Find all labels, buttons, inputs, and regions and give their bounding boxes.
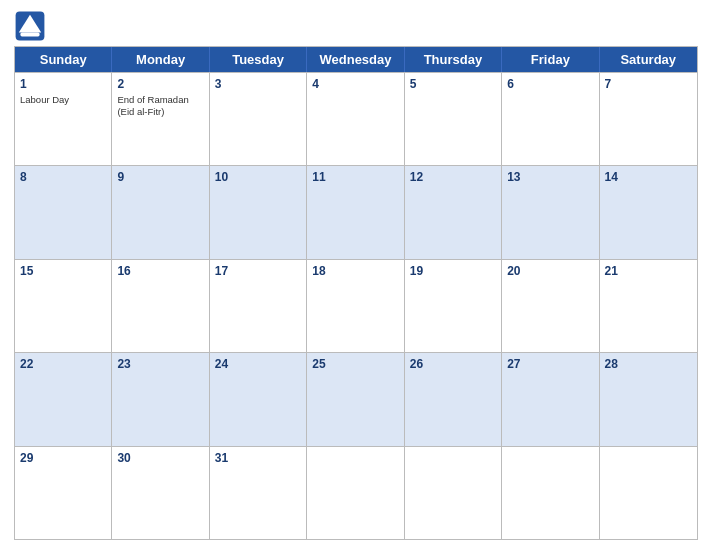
cal-cell-1: 1Labour Day	[15, 73, 112, 165]
cal-cell-4: 4	[307, 73, 404, 165]
cal-cell-3: 3	[210, 73, 307, 165]
cal-cell-27: 27	[502, 353, 599, 445]
day-event: End of Ramadan (Eid al-Fitr)	[117, 94, 203, 119]
day-number: 10	[215, 169, 301, 186]
cal-cell-empty	[502, 447, 599, 539]
calendar: SundayMondayTuesdayWednesdayThursdayFrid…	[14, 46, 698, 540]
top-bar	[14, 10, 698, 42]
cal-cell-10: 10	[210, 166, 307, 258]
weekday-header-sunday: Sunday	[15, 47, 112, 72]
weekday-header-wednesday: Wednesday	[307, 47, 404, 72]
day-number: 2	[117, 76, 203, 93]
cal-cell-14: 14	[600, 166, 697, 258]
cal-cell-20: 20	[502, 260, 599, 352]
calendar-body: 1Labour Day2End of Ramadan (Eid al-Fitr)…	[15, 72, 697, 539]
day-number: 5	[410, 76, 496, 93]
cal-cell-9: 9	[112, 166, 209, 258]
cal-cell-22: 22	[15, 353, 112, 445]
day-number: 17	[215, 263, 301, 280]
calendar-row-5: 293031	[15, 446, 697, 539]
calendar-row-2: 891011121314	[15, 165, 697, 258]
day-number: 4	[312, 76, 398, 93]
weekday-header-friday: Friday	[502, 47, 599, 72]
day-number: 12	[410, 169, 496, 186]
day-number: 6	[507, 76, 593, 93]
cal-cell-6: 6	[502, 73, 599, 165]
weekday-header-saturday: Saturday	[600, 47, 697, 72]
weekday-header-tuesday: Tuesday	[210, 47, 307, 72]
cal-cell-31: 31	[210, 447, 307, 539]
calendar-row-1: 1Labour Day2End of Ramadan (Eid al-Fitr)…	[15, 72, 697, 165]
day-number: 25	[312, 356, 398, 373]
cal-cell-23: 23	[112, 353, 209, 445]
cal-cell-empty	[405, 447, 502, 539]
cal-cell-28: 28	[600, 353, 697, 445]
day-number: 3	[215, 76, 301, 93]
weekday-header-monday: Monday	[112, 47, 209, 72]
day-number: 13	[507, 169, 593, 186]
calendar-row-3: 15161718192021	[15, 259, 697, 352]
month-title	[50, 10, 628, 12]
cal-cell-30: 30	[112, 447, 209, 539]
day-number: 28	[605, 356, 692, 373]
generalblue-logo-icon	[14, 10, 46, 42]
country-label	[628, 10, 698, 16]
cal-cell-16: 16	[112, 260, 209, 352]
cal-cell-empty	[600, 447, 697, 539]
day-number: 15	[20, 263, 106, 280]
day-number: 18	[312, 263, 398, 280]
cal-cell-18: 18	[307, 260, 404, 352]
logo-area	[14, 10, 50, 42]
cal-cell-11: 11	[307, 166, 404, 258]
cal-cell-2: 2End of Ramadan (Eid al-Fitr)	[112, 73, 209, 165]
cal-cell-13: 13	[502, 166, 599, 258]
cal-cell-15: 15	[15, 260, 112, 352]
cal-cell-25: 25	[307, 353, 404, 445]
day-number: 20	[507, 263, 593, 280]
calendar-header: SundayMondayTuesdayWednesdayThursdayFrid…	[15, 47, 697, 72]
cal-cell-26: 26	[405, 353, 502, 445]
day-event: Labour Day	[20, 94, 106, 106]
cal-cell-24: 24	[210, 353, 307, 445]
day-number: 7	[605, 76, 692, 93]
day-number: 21	[605, 263, 692, 280]
day-number: 31	[215, 450, 301, 467]
cal-cell-19: 19	[405, 260, 502, 352]
cal-cell-8: 8	[15, 166, 112, 258]
day-number: 16	[117, 263, 203, 280]
day-number: 8	[20, 169, 106, 186]
svg-rect-2	[20, 32, 39, 36]
cal-cell-5: 5	[405, 73, 502, 165]
cal-cell-12: 12	[405, 166, 502, 258]
day-number: 29	[20, 450, 106, 467]
cal-cell-21: 21	[600, 260, 697, 352]
cal-cell-17: 17	[210, 260, 307, 352]
day-number: 19	[410, 263, 496, 280]
day-number: 23	[117, 356, 203, 373]
day-number: 22	[20, 356, 106, 373]
cal-cell-7: 7	[600, 73, 697, 165]
cal-cell-29: 29	[15, 447, 112, 539]
calendar-row-4: 22232425262728	[15, 352, 697, 445]
day-number: 24	[215, 356, 301, 373]
weekday-header-thursday: Thursday	[405, 47, 502, 72]
day-number: 9	[117, 169, 203, 186]
day-number: 11	[312, 169, 398, 186]
day-number: 26	[410, 356, 496, 373]
day-number: 27	[507, 356, 593, 373]
calendar-page: SundayMondayTuesdayWednesdayThursdayFrid…	[0, 0, 712, 550]
cal-cell-empty	[307, 447, 404, 539]
day-number: 1	[20, 76, 106, 93]
day-number: 14	[605, 169, 692, 186]
day-number: 30	[117, 450, 203, 467]
